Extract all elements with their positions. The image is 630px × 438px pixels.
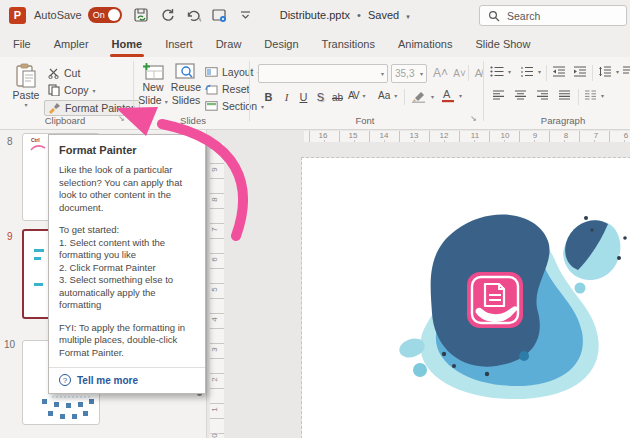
slide-9-number: 9 <box>7 231 13 242</box>
strikethrough-button[interactable]: ab <box>329 88 346 106</box>
new-slide-label-1: New <box>142 81 163 94</box>
font-name-combobox[interactable]: ▾ <box>258 64 388 83</box>
tooltip-title: Format Painter <box>59 144 195 156</box>
svg-text:A: A <box>443 88 451 100</box>
underline-button[interactable]: U <box>295 88 312 106</box>
font-size-combobox[interactable]: 35,3 ▾ <box>391 64 427 83</box>
new-slide-button[interactable]: New Slide ▾ <box>138 63 168 107</box>
change-case-button[interactable]: Aa ▾ <box>378 90 397 101</box>
justify-button[interactable] <box>558 90 571 100</box>
vruler-tick: 9 <box>210 167 219 171</box>
tab-file[interactable]: File <box>13 38 31 50</box>
customize-qat-icon[interactable] <box>238 7 254 23</box>
title-chevron-icon: ▾ <box>406 13 410 20</box>
help-icon: ? <box>59 374 71 386</box>
increase-font-size-button[interactable]: A˄ <box>432 64 449 82</box>
bullets-icon <box>490 66 504 77</box>
highlight-chevron-icon: ▾ <box>431 93 434 100</box>
font-group-label: Font <box>330 115 400 126</box>
tab-insert[interactable]: Insert <box>165 38 193 50</box>
file-name: Distribute.pptx <box>280 9 350 21</box>
align-right-icon <box>536 90 549 100</box>
italic-button[interactable]: I <box>278 88 295 106</box>
clipboard-dialog-launcher-icon[interactable]: ↘ <box>118 114 125 123</box>
character-spacing-button[interactable]: AV ▾ <box>348 90 366 101</box>
small-divider <box>546 65 547 81</box>
format-painter-label: Format Painter <box>65 102 134 114</box>
tooltip-intro: Like the look of a particular selection?… <box>59 164 195 214</box>
reset-button[interactable]: Reset <box>205 83 249 95</box>
undo-icon[interactable] <box>186 7 202 23</box>
reuse-slides-label-1: Reuse <box>171 81 201 94</box>
align-right-button[interactable] <box>536 90 549 100</box>
cut-button[interactable]: Cut <box>48 67 80 79</box>
slide-settings-icon[interactable] <box>212 7 228 23</box>
slides-group-label: Slides <box>158 115 228 126</box>
clipboard-group-label: Clipboard <box>30 115 100 126</box>
align-center-button[interactable] <box>514 90 527 100</box>
text-direction-button[interactable] <box>622 66 630 77</box>
reuse-slides-button[interactable]: Reuse Slides <box>170 63 202 107</box>
columns-icon <box>584 90 597 100</box>
tooltip-divider <box>49 367 205 368</box>
new-slide-icon <box>142 63 164 81</box>
format-painter-button[interactable]: Format Painter <box>44 100 140 116</box>
highlighter-icon <box>411 90 427 103</box>
vruler-tick: 3 <box>210 347 219 351</box>
numbering-button[interactable]: ▾ <box>520 66 541 77</box>
clear-formatting-button[interactable]: A̸ <box>470 64 487 82</box>
small-divider <box>468 65 469 81</box>
text-highlight-button[interactable]: ▾ <box>411 90 434 103</box>
hruler-tick: 16 <box>317 131 330 140</box>
copy-label: Copy <box>64 84 89 96</box>
group-divider <box>133 61 134 121</box>
increase-indent-button[interactable] <box>573 66 587 77</box>
bold-button[interactable]: B <box>260 88 277 106</box>
autosave-toggle[interactable]: On <box>88 7 122 23</box>
hruler-tick: 11 <box>469 131 481 140</box>
slide-10-number: 10 <box>4 339 15 350</box>
columns-button[interactable]: ▾ <box>584 90 604 100</box>
tab-design[interactable]: Design <box>264 38 298 50</box>
vruler-tick: 2 <box>210 377 219 381</box>
tell-me-more-link[interactable]: ? Tell me more <box>59 374 195 386</box>
powerpoint-logo-icon: P <box>9 7 26 24</box>
vruler-tick: 8 <box>210 197 219 201</box>
slide-8-number: 8 <box>7 136 13 147</box>
format-painter-tooltip: Format Painter Like the look of a partic… <box>48 134 206 394</box>
copy-button[interactable]: Copy ▾ <box>48 84 96 96</box>
section-button[interactable]: Section ▾ <box>205 100 264 112</box>
tab-home[interactable]: Home <box>112 38 143 50</box>
font-color-button[interactable]: A ▾ <box>441 88 462 103</box>
tab-animations[interactable]: Animations <box>398 38 452 50</box>
hruler-tick: 14 <box>378 131 391 140</box>
hruler-tick: 15 <box>347 131 360 140</box>
decrease-indent-button[interactable] <box>552 66 566 77</box>
search-input[interactable]: Search <box>479 5 627 26</box>
decrease-font-size-button[interactable]: A˅ <box>451 64 468 82</box>
tab-slide-show[interactable]: Slide Show <box>475 38 530 50</box>
hruler-tick: 9 <box>531 131 539 140</box>
font-dialog-launcher-icon[interactable]: ↘ <box>470 114 477 123</box>
group-divider <box>483 61 484 121</box>
numbering-icon <box>520 66 534 77</box>
layout-button[interactable]: Layout ▾ <box>205 66 261 78</box>
line-spacing-button[interactable]: ▾ <box>598 66 619 77</box>
text-direction-icon <box>622 66 630 77</box>
bullets-button[interactable]: ▾ <box>490 66 511 77</box>
text-shadow-button[interactable]: S <box>312 88 329 106</box>
paste-clipboard-icon <box>15 63 37 89</box>
copy-icon <box>48 84 60 96</box>
save-icon[interactable] <box>134 7 150 23</box>
character-spacing-chevron-icon: ▾ <box>363 92 366 99</box>
tab-transitions[interactable]: Transitions <box>322 38 375 50</box>
distribute-document-icon <box>467 272 523 328</box>
line-spacing-chevron-icon: ▾ <box>616 68 619 75</box>
paste-button[interactable]: Paste ▾ <box>8 63 44 110</box>
tab-ampler[interactable]: Ampler <box>54 38 89 50</box>
document-title[interactable]: Distribute.pptx • Saved ▾ <box>280 9 410 21</box>
redo-icon[interactable] <box>160 7 176 23</box>
align-center-icon <box>514 90 527 100</box>
tab-draw[interactable]: Draw <box>216 38 242 50</box>
align-left-button[interactable] <box>492 90 505 100</box>
